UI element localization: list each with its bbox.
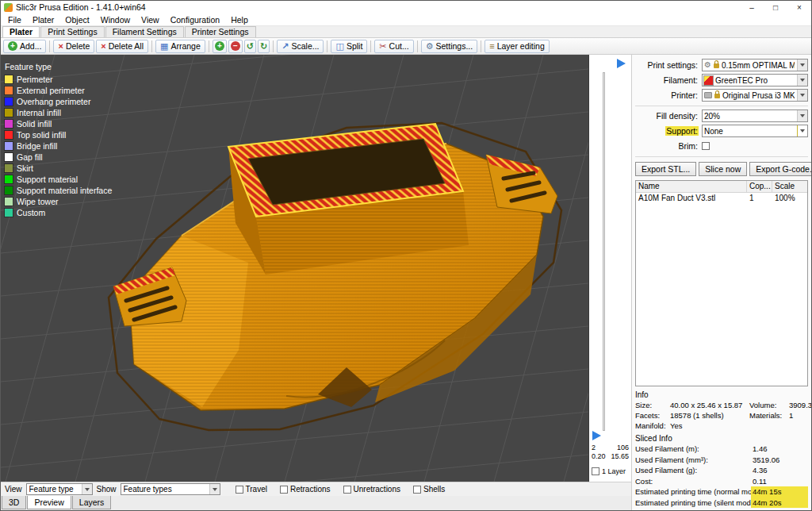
sliced-info-row-estimated-printing-time-normal-mode: Estimated printing time (normal mode):44…	[635, 486, 808, 498]
filament-select[interactable]: GreenTEC Pro	[702, 74, 808, 86]
rotate-ccw-button[interactable]: ↺	[244, 40, 256, 53]
arrange-button[interactable]: ▦Arrange	[155, 40, 205, 53]
column-header-cop[interactable]: Cop...	[747, 181, 772, 192]
delete-button[interactable]: ×Delete	[53, 40, 94, 53]
layer-slider-track[interactable]	[603, 72, 605, 431]
layer-editing-button[interactable]: ≡Layer editing	[485, 40, 550, 53]
legend-label: Internal infill	[17, 108, 61, 117]
facets-label: Facets:	[635, 410, 670, 421]
viewport-row: Feature type PerimeterExternal perimeter…	[1, 55, 631, 482]
model-a10m-fan-duct[interactable]	[109, 123, 561, 430]
tab-filament-settings[interactable]: Filament Settings	[105, 26, 184, 37]
legend-item-perimeter: Perimeter	[5, 74, 112, 85]
printer-select[interactable]: Original Prusa i3 MK3	[702, 89, 808, 102]
toggle-unretractions[interactable]: Unretractions	[343, 485, 400, 494]
close-button[interactable]: ×	[787, 1, 811, 13]
object-table[interactable]: NameCop...Scale A10M Fan Duct V3.stl1100…	[635, 180, 808, 386]
menu-item-object[interactable]: Object	[59, 15, 94, 25]
one-layer-toggle[interactable]: 1 Layer	[592, 467, 626, 475]
brim-checkbox[interactable]	[702, 142, 710, 150]
toggle-travel[interactable]: Travel	[236, 485, 267, 494]
rotate-cw-button[interactable]: ↻	[258, 40, 270, 53]
view-tab-3d[interactable]: 3D	[2, 496, 26, 509]
checkbox-travel[interactable]	[236, 486, 243, 494]
split-button[interactable]: ◫Split	[331, 40, 367, 53]
sliced-info-row-estimated-printing-time-silent-mode: Estimated printing time (silent mode):44…	[635, 498, 808, 509]
sliced-info-label: Estimated printing time (silent mode):	[635, 498, 751, 509]
menu-item-plater[interactable]: Plater	[27, 15, 59, 25]
slider-min-z: 0.20	[592, 452, 606, 461]
print-settings-select[interactable]: ⚙ 0.15mm OPTIMAL MK3	[702, 59, 808, 71]
column-header-name[interactable]: Name	[636, 181, 747, 192]
remove-instance-button[interactable]: −	[228, 40, 243, 53]
app-window: Slic3r Prusa Edition - 1.41.0+win64 – □ …	[0, 0, 812, 511]
sliced-info-value: 44m 20s	[751, 498, 808, 509]
slider-max-layer: 106	[617, 444, 629, 452]
filament-color-swatch	[704, 76, 713, 85]
separator	[635, 156, 808, 157]
export-stl-button[interactable]: Export STL...	[635, 162, 696, 176]
scale-button[interactable]: ↗Scale...	[277, 40, 324, 53]
legend-swatch	[5, 86, 13, 94]
chevron-down-icon	[797, 75, 807, 86]
split-icon: ◫	[335, 42, 343, 51]
support-select[interactable]: None	[702, 125, 808, 137]
toolbar-button-label: Delete	[66, 41, 90, 51]
slider-handle-top[interactable]	[617, 59, 626, 68]
export-gcode-button[interactable]: Export G-code...	[749, 162, 811, 176]
checkbox-shells[interactable]	[413, 486, 421, 494]
legend-swatch	[5, 142, 13, 150]
fill-density-select[interactable]: 20%	[702, 110, 808, 122]
add-button[interactable]: +Add...	[3, 40, 46, 53]
view-tab-layers[interactable]: Layers	[72, 496, 112, 509]
preview-viewport[interactable]: Feature type PerimeterExternal perimeter…	[1, 55, 588, 482]
menu-item-view[interactable]: View	[136, 15, 165, 25]
show-select[interactable]: Feature types	[121, 483, 220, 495]
filament-value: GreenTEC Pro	[715, 76, 795, 85]
feature-type-legend: Feature type PerimeterExternal perimeter…	[5, 62, 112, 218]
legend-label: Solid infill	[17, 119, 52, 129]
menu-item-file[interactable]: File	[2, 15, 27, 25]
toggle-retractions[interactable]: Retractions	[280, 485, 331, 494]
view-tab-preview[interactable]: Preview	[27, 496, 71, 509]
manifold-value: Yes	[670, 421, 749, 431]
menu-item-help[interactable]: Help	[225, 15, 254, 25]
chevron-down-icon	[797, 90, 807, 101]
view-select[interactable]: Feature type	[26, 483, 93, 495]
one-layer-label: 1 Layer	[602, 467, 626, 475]
tab-plater[interactable]: Plater	[2, 26, 40, 37]
slider-handle-bottom[interactable]	[592, 431, 601, 440]
layer-editing-icon: ≡	[489, 42, 494, 51]
show-select-value: Feature types	[124, 485, 209, 494]
slider-max-z: 15.65	[611, 452, 629, 461]
menu-item-window[interactable]: Window	[95, 15, 136, 25]
chevron-down-icon	[82, 484, 92, 494]
toggle-shells[interactable]: Shells	[413, 485, 445, 494]
toolbar: +Add...×Delete×Delete All▦Arrange+−↺↻↗Sc…	[1, 38, 811, 55]
legend-item-solid-infill: Solid infill	[5, 118, 112, 129]
tab-print-settings[interactable]: Print Settings	[40, 26, 104, 37]
delete-all-button[interactable]: ×Delete All	[96, 40, 148, 53]
checkbox-retractions[interactable]	[280, 486, 288, 494]
one-layer-checkbox[interactable]	[592, 467, 599, 475]
legend-swatch	[5, 198, 13, 206]
maximize-button[interactable]: □	[764, 1, 787, 13]
toolbar-button-label: Split	[347, 41, 362, 51]
menu-item-configuration[interactable]: Configuration	[165, 15, 225, 25]
add-instance-button[interactable]: +	[213, 40, 227, 53]
legend-item-gap-fill: Gap fill	[5, 152, 112, 163]
cut-button[interactable]: ✂Cut...	[374, 40, 413, 53]
brim-label: Brim:	[635, 141, 702, 151]
checkbox-unretractions[interactable]	[343, 486, 351, 494]
toolbar-button-label: Layer editing	[497, 41, 545, 51]
sliced-info-section: Sliced Info Used Filament (m):1.46Used F…	[635, 433, 808, 508]
volume-value: 3909.34	[789, 400, 811, 410]
slice-now-button[interactable]: Slice now	[699, 162, 747, 176]
table-row[interactable]: A10M Fan Duct V3.stl1100%	[636, 193, 807, 205]
settings-button[interactable]: ⚙Settings...	[421, 40, 478, 53]
minimize-button[interactable]: –	[740, 1, 764, 13]
tab-printer-settings[interactable]: Printer Settings	[185, 26, 256, 37]
column-header-scale[interactable]: Scale	[772, 181, 807, 192]
object-rows: A10M Fan Duct V3.stl1100%	[636, 193, 807, 205]
chevron-down-icon	[797, 60, 807, 71]
